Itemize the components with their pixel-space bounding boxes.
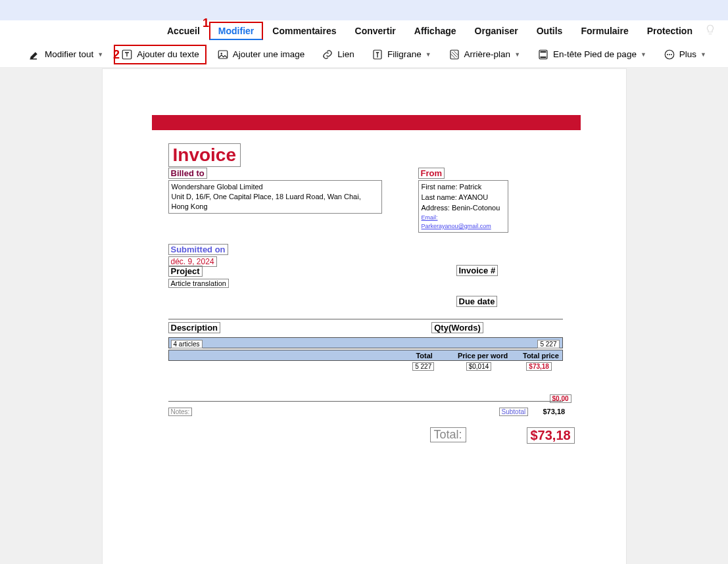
pen-icon	[29, 49, 41, 60]
add-image-label: Ajouter une image	[233, 49, 305, 59]
submitted-block[interactable]: Submitted on déc. 9, 2024	[168, 243, 228, 267]
bulb-icon[interactable]	[704, 24, 716, 38]
header-footer-button[interactable]: En-tête Pied de page ▼	[531, 45, 653, 64]
project-block[interactable]: Project Article translation	[168, 265, 229, 289]
tab-convertir[interactable]: Convertir	[346, 22, 405, 40]
col-qty: Qty(Words)	[431, 322, 483, 333]
from-block[interactable]: From First name: Patrick Last name: AYAN…	[418, 167, 508, 233]
due-date-label[interactable]: Due date	[456, 296, 498, 307]
table-header-row: Description Qty(Words)	[168, 321, 563, 333]
col-total: Total	[370, 352, 446, 360]
svg-point-9	[667, 54, 668, 55]
tab-commentaires[interactable]: Commentaires	[263, 22, 345, 40]
grand-total-value[interactable]: $73,18	[527, 427, 575, 444]
image-icon	[217, 49, 229, 60]
billed-to-body: Wondershare Global Limited Unit D, 16/F,…	[168, 180, 382, 214]
watermark-icon	[372, 49, 383, 60]
item-row[interactable]: 4 articles 5 227	[168, 337, 563, 348]
col-description: Description	[168, 322, 221, 333]
billed-line-2: Unit D, 16/F, One Capital Place, 18 Luar…	[172, 192, 379, 212]
background-label: Arrière-plan	[464, 49, 511, 59]
document-page[interactable]: Invoice Billed to Wondershare Global Lim…	[103, 69, 626, 564]
edit-all-label: Modifier tout	[45, 49, 93, 59]
workspace: Invoice Billed to Wondershare Global Lim…	[0, 68, 728, 564]
toolbar: 2 Modifier tout ▼ Ajouter du texte Ajout…	[0, 41, 728, 68]
from-body: First name: Patrick Last name: AYANOU Ad…	[418, 180, 508, 233]
total-ppw: $0,014	[466, 362, 492, 371]
title-band	[0, 0, 728, 20]
billed-to-header: Billed to	[168, 168, 207, 179]
headerfooter-icon	[537, 49, 549, 60]
from-email: Email: Parkerayanou@gmail.com	[422, 214, 505, 231]
subtotal-value[interactable]: $73,18	[543, 408, 566, 415]
chevron-down-icon: ▼	[425, 51, 431, 58]
items-table[interactable]: Description Qty(Words) 4 articles 5 227 …	[168, 319, 563, 371]
tab-organiser[interactable]: Organiser	[466, 22, 527, 40]
from-lastname: Last name: AYANOU	[422, 193, 505, 203]
col-tp: Total price	[520, 352, 562, 360]
tab-formulaire[interactable]: Formulaire	[571, 22, 637, 40]
total-tp: $73,18	[526, 362, 552, 371]
watermark-button[interactable]: Filigrane ▼	[365, 45, 438, 64]
grand-total-label[interactable]: Total:	[430, 427, 466, 442]
edit-all-button[interactable]: Modifier tout ▼	[22, 45, 110, 64]
link-label: Lien	[337, 49, 354, 59]
header-footer-label: En-tête Pied de page	[553, 49, 637, 59]
from-firstname: First name: Patrick	[422, 182, 505, 193]
svg-point-2	[220, 53, 222, 54]
background-icon	[449, 49, 460, 60]
zero-value[interactable]: $0,00	[550, 394, 571, 403]
from-header: From	[418, 168, 445, 179]
add-text-label: Ajouter du texte	[137, 49, 199, 59]
chevron-down-icon: ▼	[641, 51, 646, 58]
watermark-label: Filigrane	[387, 49, 422, 59]
billed-line-1: Wondershare Global Limited	[172, 182, 379, 192]
totals-row: 5 227 $0,014 $73,18	[168, 362, 563, 371]
add-text-button[interactable]: Ajouter du texte	[114, 45, 206, 64]
invoice-title[interactable]: Invoice	[168, 143, 241, 167]
submitted-header: Submitted on	[168, 244, 228, 255]
background-button[interactable]: Arrière-plan ▼	[442, 45, 527, 64]
col-ppw: Price per word	[446, 352, 520, 360]
chevron-down-icon: ▼	[700, 51, 706, 58]
svg-point-11	[671, 54, 672, 55]
menu-bar: 1 Accueil Modifier Commentaires Converti…	[0, 20, 728, 41]
chevron-down-icon: ▼	[97, 51, 103, 58]
add-image-button[interactable]: Ajouter une image	[210, 45, 312, 64]
item-qty: 5 227	[537, 340, 559, 348]
tab-modifier[interactable]: Modifier	[209, 22, 263, 40]
table-top-rule	[168, 319, 563, 319]
link-icon	[322, 49, 333, 60]
separator-rule	[168, 401, 563, 402]
notes-label[interactable]: Notes:	[168, 408, 193, 416]
svg-rect-7	[541, 57, 546, 58]
annotation-1: 1	[203, 16, 209, 30]
red-header-bar	[152, 115, 581, 130]
annotation-2: 2	[113, 48, 120, 62]
project-value: Article translation	[168, 279, 229, 288]
svg-rect-6	[541, 51, 546, 52]
more-label: Plus	[679, 49, 696, 59]
more-button[interactable]: Plus ▼	[657, 45, 713, 64]
total-qty: 5 227	[412, 362, 434, 371]
svg-rect-1	[218, 51, 228, 59]
text-icon	[121, 49, 133, 60]
project-header: Project	[168, 266, 203, 277]
svg-point-10	[669, 54, 670, 55]
chevron-down-icon: ▼	[514, 51, 520, 58]
tab-affichage[interactable]: Affichage	[405, 22, 466, 40]
more-icon	[664, 49, 675, 60]
invoice-number-label[interactable]: Invoice #	[456, 265, 498, 276]
item-desc: 4 articles	[171, 340, 203, 348]
link-button[interactable]: Lien	[315, 45, 361, 64]
tab-accueil[interactable]: Accueil	[158, 22, 209, 40]
billed-to-block[interactable]: Billed to Wondershare Global Limited Uni…	[168, 167, 382, 214]
from-address: Address: Benin-Cotonou	[422, 203, 505, 214]
subtotal-label[interactable]: Subtotal	[499, 408, 529, 416]
tab-protection[interactable]: Protection	[638, 22, 702, 40]
sub-header-row: Total Price per word Total price	[168, 350, 563, 361]
tab-outils[interactable]: Outils	[527, 22, 572, 40]
